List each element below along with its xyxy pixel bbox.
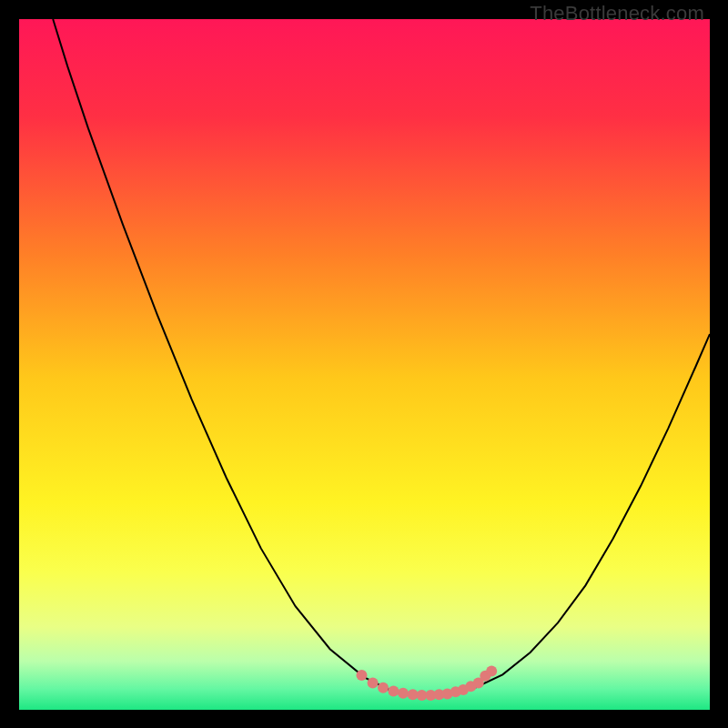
marker-dot — [368, 677, 379, 688]
branding-label: TheBottleneck.com — [530, 2, 704, 25]
marker-dot — [388, 686, 399, 697]
marker-dots — [356, 666, 497, 702]
chart-frame — [19, 19, 710, 710]
marker-dot — [378, 682, 389, 693]
marker-dot — [356, 670, 367, 681]
curve-layer — [19, 19, 710, 710]
plot-area — [19, 19, 710, 710]
marker-dot — [486, 666, 497, 677]
bottleneck-curve — [53, 19, 710, 696]
marker-dot — [398, 688, 409, 699]
